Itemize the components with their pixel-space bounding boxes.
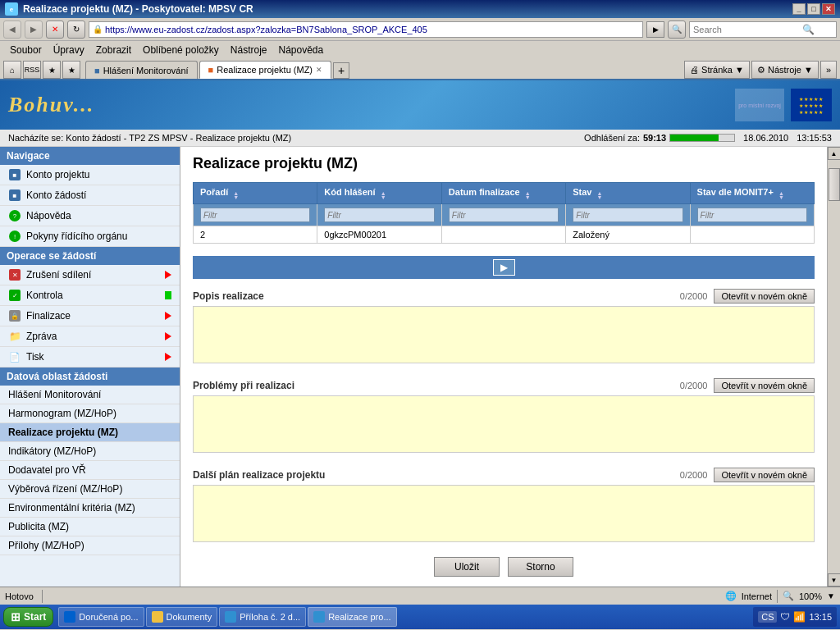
menu-soubor[interactable]: Soubor [5,43,47,57]
print-button[interactable]: 🖨 Stránka ▼ [684,61,750,79]
sidebar-item-zprava[interactable]: 📁 Zpráva [0,326,180,347]
overflow-button[interactable]: » [820,61,837,79]
menu-zobrazit[interactable]: Zobrazit [91,43,136,57]
scroll-thumb[interactable] [829,168,840,201]
taskbar-app-3[interactable]: Realizace pro... [308,607,396,627]
table-next-button[interactable]: ▶ [493,259,515,276]
sidebar-item-finalizace[interactable]: 🔒 Finalizace [0,306,180,326]
sidebar-item-kontrola[interactable]: ✓ Kontrola [0,285,180,306]
sidebar-item-pokyny[interactable]: ! Pokyny řídícího orgánu [0,226,180,247]
home-button[interactable]: ⌂ [3,61,21,79]
menu-upravy[interactable]: Úpravy [48,43,89,57]
tab-close-icon[interactable]: ✕ [316,66,322,74]
app-icon-3 [313,611,325,623]
sort-datum[interactable]: ▲▼ [525,191,531,199]
back-button[interactable]: ◀ [3,21,21,39]
app-icon: e [5,2,18,16]
field-group-problemy: Problémy při realizaci 0/2000 Otevřít v … [193,378,815,455]
filter-kod[interactable] [324,208,435,222]
taskbar-app-2[interactable]: Příloha č. 2 d... [219,607,306,627]
mpsv-logo-text: pro místní rozvoj [738,103,781,108]
navigation-bar: ◀ ▶ ✕ ↻ 🔒 ▶ 🔍 🔍 [0,18,840,41]
sort-stav-monit[interactable]: ▲▼ [778,191,784,199]
zoom-down-button[interactable]: ▼ [827,591,835,600]
address-input[interactable] [105,25,639,34]
sidebar-prilohy-label: Přílohy (MZ/HoP) [8,540,84,551]
tab-hlaseni[interactable]: ■ Hlášení Monitorování [85,61,198,79]
sidebar-item-harmonogram[interactable]: Harmonogram (MZ/HoP) [0,404,180,423]
scroll-down-button[interactable]: ▼ [828,573,841,587]
stop-button[interactable]: ✕ [46,21,64,39]
sort-kod[interactable]: ▲▼ [381,191,386,199]
filter-stav[interactable] [573,208,682,222]
session-time: 59:13 [643,133,666,143]
taskbar-right: CS 🛡 📶 13:15 [753,607,837,627]
bookmarks-button[interactable]: ★ [43,61,61,79]
tab-realizace[interactable]: ■ Realizace projektu (MZ) ✕ [199,61,331,79]
bookmarks2-button[interactable]: ★ [62,61,80,79]
finalizace-icon: 🔒 [8,309,21,322]
scroll-up-button[interactable]: ▲ [828,147,841,160]
sidebar-item-prilohy[interactable]: Přílohy (MZ/HoP) [0,536,180,555]
tools-button[interactable]: ⚙ Nástroje ▼ [751,61,819,79]
sort-stav[interactable]: ▲▼ [597,191,603,199]
sidebar-item-konto-projektu[interactable]: ■ Konto projektu [0,165,180,185]
menu-oblibene[interactable]: Oblíbené položky [138,43,224,57]
sidebar-harmonogram-label: Harmonogram (MZ/HoP) [8,408,116,419]
sidebar-item-zruseni[interactable]: ✕ Zrušení sdílení [0,265,180,285]
popis-open-new-button[interactable]: Otevřít v novém okně [714,289,815,304]
taskbar-app-0[interactable]: Doručená po... [58,607,144,627]
new-tab-button[interactable]: + [333,62,349,79]
sidebar-item-publicita[interactable]: Publicita (MZ) [0,518,180,536]
go-button[interactable]: ▶ [646,21,664,38]
sidebar-item-vyberova[interactable]: Výběrová řízení (MZ/HoP) [0,480,180,499]
forward-button[interactable]: ▶ [25,21,43,39]
network-icon: 📶 [793,611,806,623]
sort-poradi[interactable]: ▲▼ [233,191,239,199]
filter-stav-monit[interactable] [697,208,807,222]
status-divider2 [777,590,778,603]
start-button[interactable]: ⊞ Start [3,607,53,627]
search-input[interactable] [693,25,800,34]
filter-poradi[interactable] [200,208,310,222]
breadcrumb-konto-link[interactable]: Konto žádostí [66,133,121,143]
dalsi-open-new-button[interactable]: Otevřít v novém okně [714,468,815,482]
zoom-level: 100% [799,591,822,601]
sidebar-item-environmentalni[interactable]: Environmentální kritéria (MZ) [0,499,180,518]
popis-textarea[interactable] [193,306,815,363]
problemy-open-new-button[interactable]: Otevřít v novém okně [714,378,815,393]
napoveda-icon: ? [8,209,21,222]
problemy-textarea[interactable] [193,395,815,453]
rss-button[interactable]: RSS [23,61,41,79]
sidebar-item-konto-zadosti[interactable]: ■ Konto žádostí [0,185,180,206]
taskbar-lang[interactable]: CS [758,611,777,623]
taskbar-app-label-2: Příloha č. 2 d... [240,612,300,622]
eu-stars: ★★★★★ [799,96,824,102]
sidebar-item-napoveda[interactable]: ? Nápověda [0,206,180,226]
menu-napoveda[interactable]: Nápověda [274,43,329,57]
sidebar-zprava-label: Zpráva [26,331,57,342]
ulozit-button[interactable]: Uložit [434,557,500,577]
table-row: 2 0gkzcPM00201 Založený [194,226,815,244]
close-button[interactable]: ✕ [822,3,835,15]
maximize-button[interactable]: □ [807,3,820,15]
storno-button[interactable]: Storno [508,557,573,577]
sidebar-item-dodavatel[interactable]: Dodavatel pro VŘ [0,461,180,480]
sidebar-item-realizace[interactable]: Realizace projektu (MZ) [0,423,180,442]
filter-datum[interactable] [449,208,559,222]
refresh-button[interactable]: ↻ [67,21,85,39]
page-frame: Bohuv... pro místní rozvoj ★★★★★ ★★★★★ ★… [0,79,840,587]
dalsi-textarea[interactable] [193,485,815,542]
sidebar-item-indikatory[interactable]: Indikátory (MZ/HoP) [0,442,180,461]
field-group-popis: Popis realizace 0/2000 Otevřít v novém o… [193,289,815,366]
right-scrollbar: ▲ ▼ [827,147,840,587]
eu-stars2: ★★★★★ [799,103,824,108]
internet-zone-icon: 🌐 [725,591,737,601]
taskbar-app-1[interactable]: Dokumenty [146,607,218,627]
sidebar-operace-header: Operace se žádostí [0,247,180,265]
menu-nastroje[interactable]: Nástroje [226,43,272,57]
minimize-button[interactable]: _ [792,3,806,15]
sidebar-item-hlaseni[interactable]: Hlášení Monitorování [0,386,180,404]
dalsi-label: Další plán realizace projektu [193,469,325,481]
sidebar-item-tisk[interactable]: 📄 Tisk [0,347,180,368]
